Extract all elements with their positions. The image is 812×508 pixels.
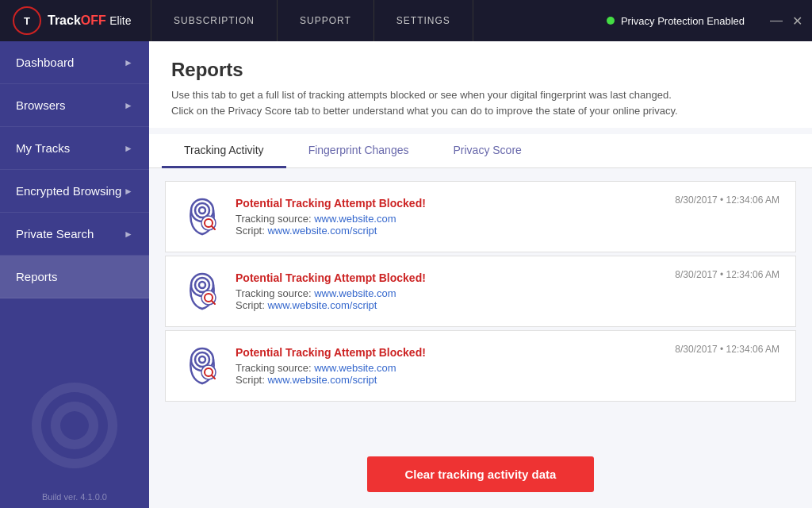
titlebar: T TrackOFF Elite SUBSCRIPTION SUPPORT SE…: [0, 0, 812, 41]
tracking-list: Potential Tracking Attempt Blocked! Trac…: [165, 181, 796, 445]
table-row: Potential Tracking Attempt Blocked! Trac…: [165, 330, 796, 402]
tracking-body: Potential Tracking Attempt Blocked! Trac…: [236, 346, 675, 386]
sidebar-item-label: Browsers: [16, 98, 66, 112]
tracking-script: Script: www.website.com/script: [236, 225, 675, 237]
status-dot: [607, 17, 615, 25]
tracking-timestamp: 8/30/2017 • 12:34:06 AM: [675, 194, 779, 206]
build-version: Build ver. 4.1.0.0: [0, 492, 149, 502]
sidebar-watermark: [27, 378, 122, 476]
fingerprint-icon: [182, 344, 223, 388]
tracking-source: Tracking source: www.website.com: [236, 213, 675, 225]
sidebar-item-browsers[interactable]: Browsers ►: [0, 84, 149, 127]
page-header: Reports Use this tab to get a full list …: [149, 41, 812, 128]
window-controls: — ✕: [760, 13, 812, 29]
svg-point-8: [199, 282, 205, 288]
nav-support[interactable]: SUPPORT: [278, 0, 374, 41]
tracking-title: Potential Tracking Attempt Blocked!: [236, 197, 675, 210]
page-title: Reports: [171, 59, 790, 81]
svg-point-1: [195, 203, 209, 217]
svg-point-13: [195, 352, 209, 367]
sidebar-item-reports[interactable]: Reports: [0, 256, 149, 298]
clear-tracking-button[interactable]: Clear tracking activity data: [367, 456, 595, 492]
status-text: Privacy Protection Enabled: [621, 15, 745, 27]
tracking-title: Potential Tracking Attempt Blocked!: [236, 346, 675, 359]
main-content: Reports Use this tab to get a full list …: [149, 41, 812, 508]
tracking-script: Script: www.website.com/script: [236, 299, 675, 311]
sidebar-item-encrypted-browsing[interactable]: Encrypted Browsing ►: [0, 170, 149, 213]
sidebar-item-label: Private Search: [16, 227, 94, 241]
tracking-script-link[interactable]: www.website.com/script: [267, 374, 377, 386]
tab-tracking-activity[interactable]: Tracking Activity: [162, 134, 286, 168]
tracking-script: Script: www.website.com/script: [236, 374, 675, 386]
sidebar-item-label: Dashboard: [16, 56, 74, 69]
page-desc-line1: Use this tab to get a full list of track…: [171, 87, 790, 103]
logo-text: TrackOFF Elite: [48, 13, 132, 28]
fingerprint-icon: [182, 194, 223, 239]
tracking-source-link[interactable]: www.website.com: [314, 287, 396, 299]
svg-point-14: [199, 356, 205, 363]
svg-point-2: [199, 207, 205, 214]
tracking-title: Potential Tracking Attempt Blocked!: [236, 271, 675, 284]
chevron-right-icon: ►: [124, 186, 133, 197]
tracking-source-link[interactable]: www.website.com: [314, 362, 396, 374]
tracking-timestamp: 8/30/2017 • 12:34:06 AM: [675, 344, 779, 355]
nav-tabs: SUBSCRIPTION SUPPORT SETTINGS: [151, 0, 591, 41]
content-area: Potential Tracking Attempt Blocked! Trac…: [149, 168, 812, 508]
tracking-script-link[interactable]: www.website.com/script: [267, 225, 377, 237]
svg-point-7: [195, 278, 209, 292]
tracking-source: Tracking source: www.website.com: [236, 362, 675, 374]
chevron-right-icon: ►: [124, 100, 133, 111]
sidebar-item-label: My Tracks: [16, 141, 70, 155]
page-desc-line2: Click on the Privacy Score tab to better…: [171, 103, 790, 119]
sidebar-item-label: Encrypted Browsing: [16, 184, 121, 198]
sidebar-item-mytracks[interactable]: My Tracks ►: [0, 127, 149, 170]
tab-privacy-score[interactable]: Privacy Score: [431, 134, 543, 168]
logo-area: T TrackOFF Elite: [0, 0, 151, 41]
status-area: Privacy Protection Enabled: [591, 15, 760, 27]
nav-subscription[interactable]: SUBSCRIPTION: [151, 0, 278, 41]
table-row: Potential Tracking Attempt Blocked! Trac…: [165, 181, 796, 252]
tracking-source-link[interactable]: www.website.com: [314, 213, 396, 225]
clear-button-wrapper: Clear tracking activity data: [165, 445, 796, 495]
app-body: Dashboard ► Browsers ► My Tracks ► Encry…: [0, 41, 812, 508]
tracking-body: Potential Tracking Attempt Blocked! Trac…: [236, 271, 675, 311]
chevron-right-icon: ►: [124, 57, 133, 68]
chevron-right-icon: ►: [124, 143, 133, 154]
fingerprint-icon: [182, 269, 223, 314]
nav-settings[interactable]: SETTINGS: [374, 0, 473, 41]
logo-icon: T: [13, 6, 41, 35]
tracking-source: Tracking source: www.website.com: [236, 287, 675, 299]
tracking-script-link[interactable]: www.website.com/script: [267, 299, 377, 311]
sidebar-item-private-search[interactable]: Private Search ►: [0, 213, 149, 256]
sidebar: Dashboard ► Browsers ► My Tracks ► Encry…: [0, 41, 149, 508]
tab-fingerprint-changes[interactable]: Fingerprint Changes: [286, 134, 431, 168]
tracking-timestamp: 8/30/2017 • 12:34:06 AM: [675, 269, 779, 280]
tabs-bar: Tracking Activity Fingerprint Changes Pr…: [149, 134, 812, 168]
tracking-body: Potential Tracking Attempt Blocked! Trac…: [236, 197, 675, 237]
chevron-right-icon: ►: [124, 229, 133, 240]
close-button[interactable]: ✕: [792, 13, 802, 29]
minimize-button[interactable]: —: [770, 13, 783, 28]
sidebar-item-dashboard[interactable]: Dashboard ►: [0, 41, 149, 84]
table-row: Potential Tracking Attempt Blocked! Trac…: [165, 256, 796, 327]
sidebar-item-label: Reports: [16, 270, 58, 283]
